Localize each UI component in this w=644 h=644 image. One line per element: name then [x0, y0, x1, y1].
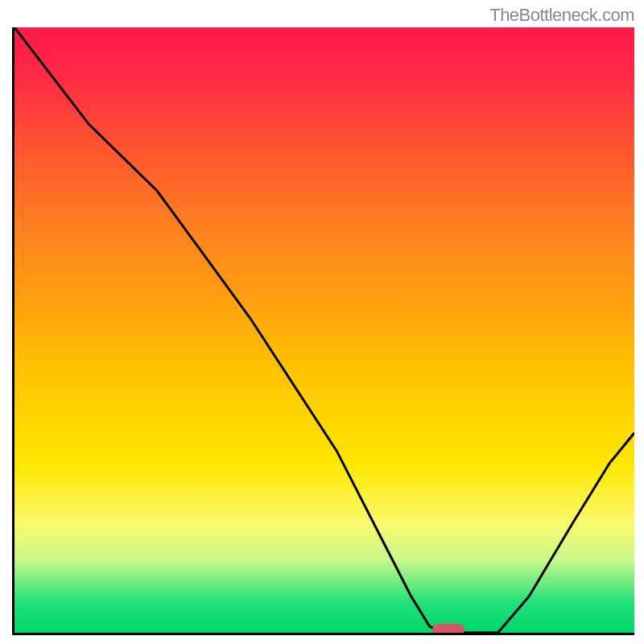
curve-path	[14, 27, 634, 633]
bottleneck-curve	[14, 27, 634, 633]
optimal-marker	[432, 624, 464, 635]
watermark-text: TheBottleneck.com	[489, 5, 634, 26]
chart-plot-area	[12, 27, 634, 635]
